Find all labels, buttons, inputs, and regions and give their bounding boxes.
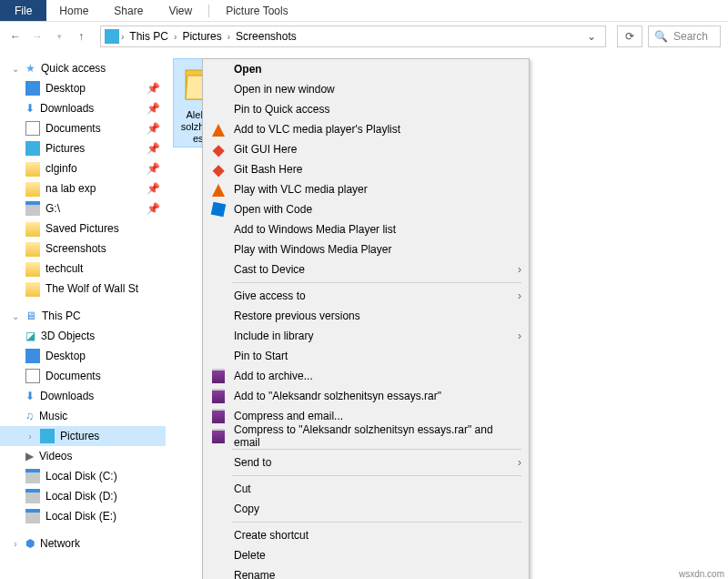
menu-cut[interactable]: Cut xyxy=(203,479,529,499)
downloads-icon: ⬇ xyxy=(25,102,35,115)
menu-open-new-window[interactable]: Open in new window xyxy=(203,79,529,99)
tab-picture-tools[interactable]: Picture Tools xyxy=(213,1,300,21)
sidebar-item-documents2[interactable]: Documents xyxy=(0,366,166,386)
sidebar-item-desktop2[interactable]: Desktop xyxy=(0,346,166,366)
menu-git-bash[interactable]: ◆Git Bash Here xyxy=(203,159,529,179)
tab-share[interactable]: Share xyxy=(101,1,156,21)
sidebar-item-localc[interactable]: Local Disk (C:) xyxy=(0,466,166,486)
sidebar-item-3dobjects[interactable]: ◪3D Objects xyxy=(0,326,166,346)
search-input[interactable]: 🔍 Search xyxy=(648,25,721,47)
chevron-right-icon[interactable]: › xyxy=(174,32,177,42)
sidebar-quick-access[interactable]: ⌄ ★ Quick access xyxy=(0,58,166,78)
breadcrumb[interactable]: › This PC › Pictures › Screenshots ⌄ xyxy=(100,25,606,47)
breadcrumb-pictures[interactable]: Pictures xyxy=(178,30,225,43)
vlc-icon xyxy=(210,121,227,137)
menu-play-wmp[interactable]: Play with Windows Media Player xyxy=(203,239,529,259)
breadcrumb-dropdown[interactable]: ⌄ xyxy=(581,30,602,43)
sidebar-item-label: Downloads xyxy=(40,102,94,115)
back-button[interactable]: ← xyxy=(7,28,24,45)
sidebar-this-pc[interactable]: ⌄ 🖥 This PC xyxy=(0,306,166,326)
menu-compress-rar-email[interactable]: Compress to "Aleksandr solzhenitsyn essa… xyxy=(203,426,529,446)
menu-rename[interactable]: Rename xyxy=(203,565,529,579)
sidebar-item-downloads2[interactable]: ⬇Downloads xyxy=(0,386,166,406)
sidebar-item-savedpics[interactable]: Saved Pictures xyxy=(0,218,166,239)
sidebar-item-locale[interactable]: Local Disk (E:) xyxy=(0,506,166,526)
sidebar-item-documents[interactable]: Documents📌 xyxy=(0,118,166,138)
menu-create-shortcut[interactable]: Create shortcut xyxy=(203,525,529,545)
menu-send-to[interactable]: Send to› xyxy=(203,452,529,472)
chevron-down-icon[interactable]: ⌄ xyxy=(11,311,20,321)
chevron-right-icon[interactable]: › xyxy=(11,539,20,549)
folder-icon xyxy=(25,162,40,177)
menu-label: Delete xyxy=(234,549,521,562)
git-icon: ◆ xyxy=(210,161,227,178)
menu-label: Give access to xyxy=(234,290,511,302)
recent-dropdown[interactable]: ▾ xyxy=(51,28,67,45)
menu-add-vlc-playlist[interactable]: Add to VLC media player's Playlist xyxy=(203,119,529,139)
menu-label: Add to VLC media player's Playlist xyxy=(234,123,521,136)
menu-add-rar[interactable]: Add to "Aleksandr solzhenitsyn essays.ra… xyxy=(203,386,529,406)
sidebar-item-music[interactable]: ♫Music xyxy=(0,406,166,426)
sidebar-item-downloads[interactable]: ⬇Downloads📌 xyxy=(0,98,166,118)
menu-pin-start[interactable]: Pin to Start xyxy=(203,346,529,366)
sidebar-item-label: Desktop xyxy=(46,82,86,95)
breadcrumb-screenshots[interactable]: Screenshots xyxy=(232,30,300,43)
sidebar-item-pictures[interactable]: Pictures📌 xyxy=(0,138,166,158)
menu-open-code[interactable]: Open with Code xyxy=(203,199,529,219)
up-button[interactable]: ↑ xyxy=(73,28,89,45)
sidebar-item-label: Local Disk (E:) xyxy=(46,510,116,523)
menu-pin-quick-access[interactable]: Pin to Quick access xyxy=(203,99,529,119)
forward-button[interactable]: → xyxy=(29,28,46,45)
menu-label: Play with Windows Media Player xyxy=(234,243,521,256)
chevron-right-icon[interactable]: › xyxy=(121,32,124,42)
tab-view[interactable]: View xyxy=(156,1,205,21)
sidebar-item-desktop[interactable]: Desktop📌 xyxy=(0,78,166,98)
sidebar-item-locald[interactable]: Local Disk (D:) xyxy=(0,486,166,506)
vlc-icon xyxy=(210,181,227,198)
sidebar-item-gdrive[interactable]: G:\📌 xyxy=(0,198,166,218)
tab-separator xyxy=(208,5,209,17)
chevron-down-icon[interactable]: ⌄ xyxy=(11,64,20,74)
menu-give-access[interactable]: Give access to› xyxy=(203,286,529,306)
chevron-right-icon[interactable]: › xyxy=(25,432,35,442)
sidebar-network[interactable]: › ⬢ Network xyxy=(0,533,166,554)
sidebar-item-label: Music xyxy=(39,410,67,422)
breadcrumb-thispc[interactable]: This PC xyxy=(126,30,172,43)
menu-git-gui[interactable]: ◆Git GUI Here xyxy=(203,139,529,159)
menu-restore[interactable]: Restore previous versions xyxy=(203,306,529,326)
menu-copy[interactable]: Copy xyxy=(203,499,529,519)
refresh-button[interactable]: ⟳ xyxy=(617,25,642,47)
tab-file[interactable]: File xyxy=(0,0,46,21)
sidebar-item-wolfwallst[interactable]: The Wolf of Wall St xyxy=(0,279,166,299)
menu-label: Add to archive... xyxy=(234,370,521,382)
sidebar-item-screenshots[interactable]: Screenshots xyxy=(0,239,166,259)
sidebar-item-label: Desktop xyxy=(46,350,86,362)
sidebar-item-label: na lab exp xyxy=(46,182,96,195)
sidebar-item-label: Local Disk (D:) xyxy=(46,490,117,503)
chevron-right-icon: › xyxy=(518,263,521,276)
pin-icon: 📌 xyxy=(147,102,160,115)
menu-cast-device[interactable]: Cast to Device› xyxy=(203,259,529,279)
menu-add-archive[interactable]: Add to archive... xyxy=(203,366,529,386)
sidebar-item-videos[interactable]: ▶Videos xyxy=(0,446,166,466)
sidebar-item-pictures2[interactable]: ›Pictures xyxy=(0,426,166,446)
sidebar-item-clginfo[interactable]: clginfo📌 xyxy=(0,158,166,178)
sidebar-item-techcult[interactable]: techcult xyxy=(0,259,166,279)
tab-home[interactable]: Home xyxy=(46,1,101,21)
menu-play-vlc[interactable]: Play with VLC media player xyxy=(203,179,529,199)
menu-add-wmp-list: Add to Windows Media Player list xyxy=(203,219,529,239)
menu-include-library[interactable]: Include in library› xyxy=(203,326,529,346)
vscode-icon xyxy=(210,201,227,218)
desktop-icon xyxy=(25,349,40,363)
pc-icon: 🖥 xyxy=(25,310,36,322)
menu-open[interactable]: Open xyxy=(203,59,529,79)
winrar-icon xyxy=(210,388,227,404)
menu-delete[interactable]: Delete xyxy=(203,545,529,565)
menu-label: Include in library xyxy=(234,330,511,342)
chevron-right-icon[interactable]: › xyxy=(228,32,230,42)
documents-icon xyxy=(25,369,40,383)
3d-icon: ◪ xyxy=(25,330,35,342)
watermark: wsxdn.com xyxy=(679,569,724,579)
sidebar-item-nalabexp[interactable]: na lab exp📌 xyxy=(0,178,166,198)
sidebar-label: Quick access xyxy=(41,62,106,75)
